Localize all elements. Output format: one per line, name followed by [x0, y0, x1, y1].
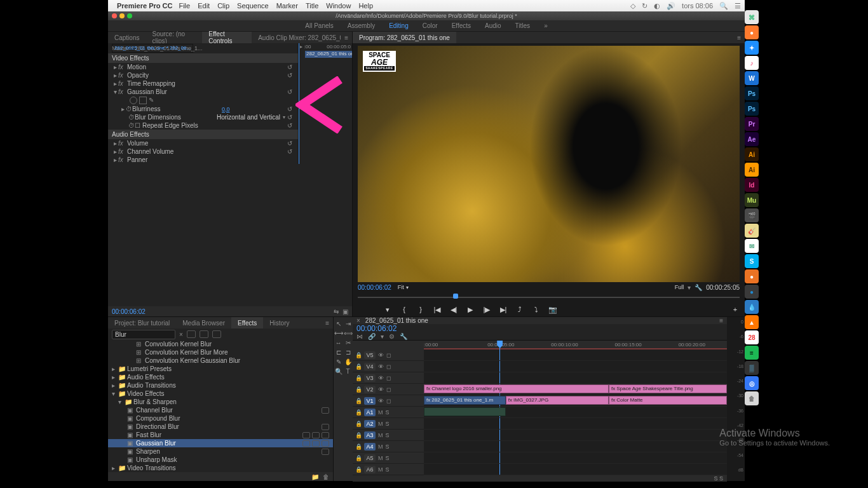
chvol-disclose[interactable] [112, 148, 118, 155]
workspace-titles[interactable]: Titles [515, 22, 531, 29]
lock-icon[interactable]: 🔒 [355, 444, 362, 450]
mask-pen-icon[interactable] [149, 97, 156, 104]
dock-app-icon[interactable]: ● [745, 269, 759, 283]
marker-icon[interactable]: ▾ [383, 306, 392, 314]
track-a3[interactable]: A3 [364, 431, 376, 439]
folder-video-transitions[interactable]: Video Transitions [127, 464, 176, 471]
track-a5[interactable]: A5 [364, 454, 376, 462]
selection-tool[interactable]: ↖ [334, 320, 342, 328]
output-icon[interactable]: ◻ [386, 386, 391, 393]
reset-blur-dims[interactable]: ↺ [285, 114, 294, 121]
mask-rect-icon[interactable] [139, 97, 147, 104]
track-v5[interactable]: V5 [364, 351, 376, 359]
folder-arrow[interactable]: ▾ [118, 398, 125, 405]
dock-app-icon[interactable]: Id [745, 178, 759, 192]
dock-app-icon[interactable]: Ps [745, 102, 759, 116]
timeline-panel-menu-icon[interactable]: ≡ [719, 317, 723, 324]
program-panel-menu-icon[interactable]: ≡ [733, 34, 745, 41]
spotlight-icon[interactable]: 🔍 [719, 2, 728, 10]
workspace-all-panels[interactable]: All Panels [305, 22, 333, 29]
user-icon[interactable]: ◐ [654, 2, 660, 10]
dock-app-icon[interactable]: ◎ [745, 376, 759, 390]
dropbox-icon[interactable]: ◇ [630, 2, 635, 10]
rolling-tool[interactable]: ⟺ [344, 329, 352, 337]
close-seq-icon[interactable]: × [356, 317, 360, 324]
dock-app-icon[interactable]: ✉ [745, 239, 759, 253]
ec-sequence-clip[interactable]: 282_0625_01 this one * 282_06... [112, 44, 193, 53]
folder-blur-sharpen[interactable]: Blur & Sharpen [133, 398, 177, 405]
reset-volume[interactable]: ↺ [285, 140, 294, 147]
linked-selection-icon[interactable]: 🔗 [368, 333, 376, 340]
effect-item[interactable]: Directional Blur [136, 423, 179, 430]
track-v2[interactable]: V2 [364, 386, 376, 393]
lock-icon[interactable]: 🔒 [355, 421, 362, 427]
track-a6[interactable]: A6 [364, 466, 376, 473]
close-button[interactable] [112, 13, 117, 18]
zoom-dropdown[interactable]: Fit [398, 284, 409, 290]
folder-arrow[interactable]: ▸ [112, 365, 118, 372]
motion-disclose[interactable] [112, 64, 118, 71]
lock-icon[interactable]: 🔒 [355, 363, 362, 370]
tab-effects-panel[interactable]: Effects [231, 317, 263, 329]
effect-item[interactable]: Compound Blur [136, 415, 180, 422]
effect-item[interactable]: Unsharp Mask [136, 456, 177, 463]
wrench-icon[interactable]: 🔧 [695, 284, 702, 291]
lock-icon[interactable]: 🔒 [355, 375, 362, 381]
dock-app-icon[interactable]: Pr [745, 117, 759, 131]
extract-icon[interactable]: ⤵ [532, 306, 541, 313]
output-icon[interactable]: ◻ [386, 398, 391, 404]
zoom-tool[interactable]: 🔍 [334, 367, 342, 376]
dock-app-icon[interactable]: ▒ [745, 361, 759, 375]
folder-video-effects[interactable]: Video Effects [127, 390, 165, 397]
out-point-icon[interactable]: } [416, 306, 425, 313]
dock-app-icon[interactable]: Ae [745, 132, 759, 146]
tab-history[interactable]: History [263, 317, 295, 329]
effect-item[interactable]: Convolution Kernel Blur More [145, 349, 228, 356]
menu-marker[interactable]: Marker [276, 2, 298, 10]
slide-tool[interactable]: ⊐ [344, 348, 352, 356]
app-name[interactable]: Premiere Pro CC [117, 2, 172, 10]
step-back-icon[interactable]: ◀| [449, 306, 458, 314]
menu-clip[interactable]: Clip [217, 2, 229, 10]
effects-panel-menu-icon[interactable]: ≡ [322, 320, 333, 327]
eye-icon[interactable]: 👁 [378, 398, 384, 404]
fx-badge[interactable]: fx [118, 88, 127, 95]
dock-app-icon[interactable]: Mu [745, 193, 759, 207]
marker-add-icon[interactable]: ▾ [381, 333, 384, 340]
menu-window[interactable]: Window [326, 2, 351, 10]
dock-app-icon[interactable]: ● [745, 25, 759, 39]
tab-project[interactable]: Project: Blur tutorial [108, 317, 176, 329]
lock-icon[interactable]: 🔒 [355, 455, 362, 461]
volume-icon[interactable]: 🔊 [667, 2, 675, 10]
trash-icon[interactable]: 🗑 [323, 473, 329, 480]
dock-app-icon[interactable]: ⌘ [745, 10, 759, 24]
minimize-button[interactable] [119, 13, 125, 18]
clip-img[interactable]: fxIMG_0327.JPG [506, 396, 609, 405]
effect-motion[interactable]: Motion [127, 64, 285, 71]
effects-search-input[interactable] [112, 330, 175, 339]
stopwatch-icon[interactable]: ⏱ [126, 105, 132, 112]
param-blurriness[interactable]: Blurriness [132, 105, 222, 112]
reset-chvol[interactable]: ↺ [285, 148, 294, 155]
lock-icon[interactable]: 🔒 [355, 466, 362, 473]
tab-audio-clip-mixer[interactable]: Audio Clip Mixer: 282_0625_01 this o [252, 32, 341, 43]
gaussian-disclose[interactable] [112, 88, 118, 95]
tab-captions[interactable]: Captions [108, 32, 146, 43]
effect-item[interactable]: Sharpen [136, 448, 160, 455]
ec-playhead[interactable] [299, 43, 299, 164]
track-select-tool[interactable]: ⇥ [344, 320, 352, 328]
workspace-assembly[interactable]: Assembly [348, 22, 375, 29]
effect-panner[interactable]: Panner [127, 156, 294, 163]
effect-item[interactable]: Convolution Kernel Gaussian Blur [145, 357, 240, 364]
menu-title[interactable]: Title [306, 2, 318, 10]
new-bin-icon[interactable]: 📁 [311, 473, 319, 480]
razor-tool[interactable]: ✂ [344, 339, 352, 347]
settings-icon[interactable]: ⚙ [389, 333, 395, 340]
ec-timecode[interactable]: 00:00:06:02 [112, 308, 146, 315]
effect-item[interactable]: Channel Blur [136, 407, 173, 414]
effect-channel-volume[interactable]: Channel Volume [127, 148, 285, 155]
menu-sequence[interactable]: Sequence [237, 2, 269, 10]
workspace-overflow[interactable]: » [544, 22, 548, 29]
output-icon[interactable]: ◻ [386, 363, 391, 370]
blurriness-disclose[interactable] [119, 105, 126, 112]
